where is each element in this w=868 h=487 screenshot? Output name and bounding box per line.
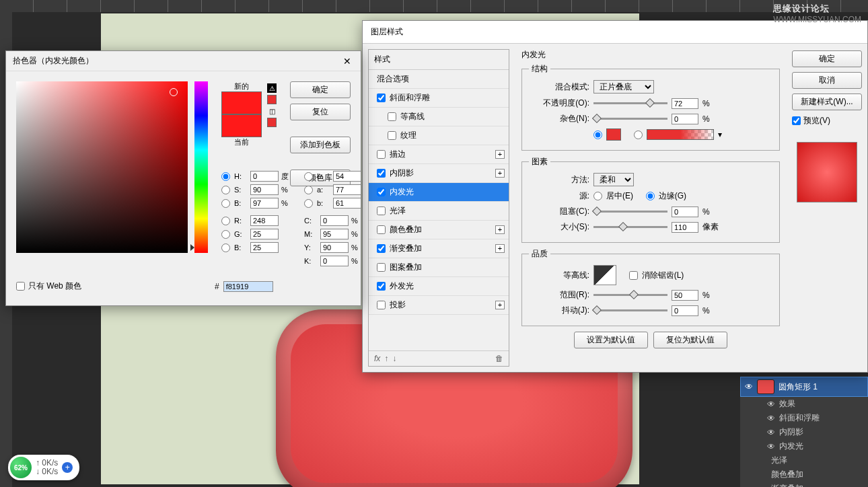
s-input[interactable] (250, 184, 279, 195)
eye-icon[interactable]: 👁 (745, 382, 753, 391)
plus-icon[interactable]: + (62, 462, 73, 473)
l-input[interactable] (333, 171, 361, 182)
preview-checkbox[interactable] (792, 116, 801, 125)
k-input[interactable] (320, 256, 349, 266)
pattern-overlay-item[interactable]: 图案叠加 (369, 258, 509, 277)
ls-ok-button[interactable]: 确定 (792, 50, 862, 67)
c-input[interactable] (320, 215, 349, 226)
fx-item[interactable]: 渐变叠加 (740, 482, 868, 487)
color-overlay-item[interactable]: 颜色叠加+ (369, 221, 509, 239)
r-input[interactable] (250, 215, 279, 226)
current-color-swatch[interactable] (221, 114, 262, 137)
network-widget[interactable]: 62% ↑ 0K/s ↓ 0K/s + (8, 455, 79, 480)
lab-b-radio[interactable] (304, 199, 313, 208)
new-color-swatch[interactable] (221, 91, 262, 114)
new-style-button[interactable]: 新建样式(W)... (792, 93, 862, 110)
y-input[interactable] (320, 242, 349, 253)
h-input[interactable] (250, 171, 279, 182)
cancel-button[interactable]: 复位 (290, 104, 351, 120)
plus-icon[interactable]: + (495, 301, 505, 309)
glow-color-swatch[interactable] (606, 128, 621, 141)
websafe-swatch[interactable] (267, 118, 277, 127)
color-cursor[interactable] (170, 88, 178, 96)
opacity-input[interactable] (672, 98, 698, 109)
layer-thumbnail[interactable] (757, 379, 774, 394)
trash-icon[interactable]: 🗑 (495, 354, 503, 363)
plus-icon[interactable]: + (495, 169, 505, 178)
range-input[interactable] (672, 290, 698, 301)
noise-input[interactable] (672, 114, 698, 124)
ls-cancel-button[interactable]: 取消 (792, 72, 862, 89)
drop-shadow-item[interactable]: 投影+ (369, 296, 509, 315)
color-field[interactable] (16, 81, 188, 253)
blend-mode-select[interactable]: 正片叠底 (593, 80, 654, 93)
fx-item[interactable]: 👁斜面和浮雕 (740, 411, 868, 425)
texture-item[interactable]: 纹理 (369, 126, 509, 145)
web-only-checkbox[interactable] (16, 282, 25, 291)
size-slider[interactable] (593, 226, 667, 228)
layer-row[interactable]: 👁 圆角矩形 1 (740, 377, 868, 397)
fx-header[interactable]: 👁效果 (740, 397, 868, 411)
satin-item[interactable]: 光泽 (369, 202, 509, 221)
jitter-input[interactable] (672, 305, 698, 316)
cube-icon[interactable]: ◫ (267, 106, 277, 116)
ok-button[interactable]: 确定 (290, 81, 351, 98)
choke-slider[interactable] (593, 211, 667, 213)
fx-item[interactable]: 👁内阴影 (740, 425, 868, 439)
b-input[interactable] (250, 242, 279, 253)
bv-input[interactable] (250, 198, 279, 209)
a-radio[interactable] (304, 186, 313, 194)
a-input[interactable] (333, 184, 361, 195)
range-slider[interactable] (593, 294, 667, 296)
plus-icon[interactable]: + (495, 150, 505, 159)
s-radio[interactable] (221, 186, 230, 194)
hue-slider[interactable] (194, 81, 208, 253)
outer-glow-item[interactable]: 外发光 (369, 277, 509, 296)
fx-item[interactable]: 光泽 (740, 453, 868, 467)
r-radio[interactable] (221, 217, 230, 225)
choke-input[interactable] (672, 207, 698, 217)
reset-default-button[interactable]: 复位为默认值 (653, 332, 727, 348)
warning-icon[interactable]: ⚠ (267, 83, 277, 93)
gradient-preview[interactable] (647, 129, 714, 140)
inner-glow-item[interactable]: 内发光 (369, 183, 509, 202)
inner-shadow-item[interactable]: 内阴影+ (369, 164, 509, 183)
bv-radio[interactable] (221, 199, 230, 208)
set-default-button[interactable]: 设置为默认值 (574, 332, 648, 348)
blend-options-item[interactable]: 混合选项 (369, 70, 509, 89)
center-radio[interactable] (593, 192, 602, 200)
noise-slider[interactable] (593, 118, 667, 120)
gradient-radio[interactable] (634, 130, 643, 139)
warning-swatch[interactable] (267, 95, 277, 104)
edge-radio[interactable] (646, 192, 655, 200)
grad-overlay-item[interactable]: 渐变叠加+ (369, 239, 509, 258)
l-radio[interactable] (304, 172, 313, 181)
lab-b-input[interactable] (333, 198, 361, 209)
arrow-up-icon[interactable]: ↑ (384, 354, 388, 363)
add-swatch-button[interactable]: 添加到色板 (290, 137, 351, 153)
plus-icon[interactable]: + (495, 225, 505, 234)
close-icon[interactable]: ✕ (340, 56, 354, 67)
m-input[interactable] (320, 229, 349, 239)
technique-select[interactable]: 柔和 (593, 173, 634, 186)
stroke-item[interactable]: 描边+ (369, 145, 509, 164)
fx-item[interactable]: 👁内发光 (740, 439, 868, 453)
bevel-item[interactable]: 斜面和浮雕 (369, 89, 509, 108)
fx-item[interactable]: 颜色叠加 (740, 467, 868, 482)
opacity-slider[interactable] (593, 102, 667, 104)
arrow-down-icon[interactable]: ↓ (392, 354, 396, 363)
antialias-checkbox[interactable] (629, 271, 638, 280)
contour-picker[interactable] (593, 265, 616, 285)
hex-input[interactable] (223, 281, 273, 292)
g-radio[interactable] (221, 230, 230, 239)
b-radio[interactable] (221, 244, 230, 252)
plus-icon[interactable]: + (495, 244, 505, 253)
size-input[interactable] (672, 222, 698, 233)
chevron-down-icon[interactable]: ▾ (718, 130, 722, 139)
fx-icon[interactable]: fx (374, 354, 380, 363)
jitter-slider[interactable] (593, 309, 667, 311)
contour-item[interactable]: 等高线 (369, 108, 509, 126)
h-radio[interactable] (221, 172, 230, 181)
solid-color-radio[interactable] (593, 130, 602, 139)
g-input[interactable] (250, 229, 279, 239)
